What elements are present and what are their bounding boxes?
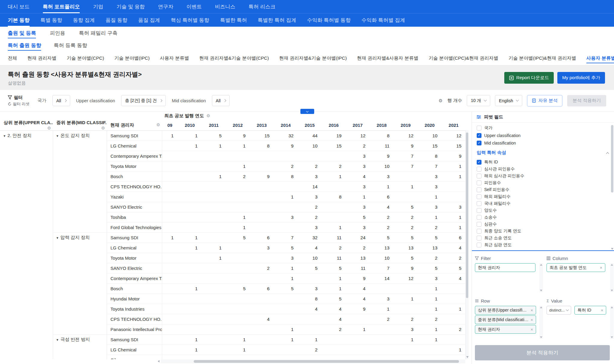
column-header-year-2[interactable]: 2011 (202, 120, 226, 131)
vertical-scrollbar[interactable] (465, 130, 469, 359)
column-header-year-9[interactable]: 2018 (370, 120, 394, 131)
column-header-year-4[interactable]: 2013 (250, 120, 274, 131)
subnav-item-3[interactable]: 품질 동향 (106, 13, 127, 27)
patent-attribute-checkbox-4[interactable] (477, 187, 481, 192)
patent-attribute-6[interactable]: 국내 패밀리수 (472, 200, 614, 207)
subnav-item-1[interactable]: 특별 동향 (40, 13, 62, 27)
scroll-left-arrow-icon[interactable] (158, 360, 159, 363)
scroll-down-icon[interactable] (540, 336, 542, 338)
filter-chip-0[interactable]: 현재 권리자 (475, 263, 535, 272)
row-count-gear-icon[interactable]: ⚙ (439, 98, 443, 103)
filter-box-scrollbar[interactable] (539, 263, 543, 292)
row-count-dropdown[interactable]: 10 개 (467, 95, 490, 106)
classification-tab-1[interactable]: 현재 권리자별 (27, 54, 56, 63)
column-header-holder[interactable]: 현재 권리자⚙ (107, 120, 162, 131)
input-attributes-section[interactable]: 입력 특허 속성 (472, 147, 614, 157)
patent-attribute-3[interactable]: 피인용수 (472, 179, 614, 186)
column-header-year-3[interactable]: 2012 (226, 120, 250, 131)
patent-attribute-checkbox-6[interactable] (477, 201, 481, 206)
scroll-up-icon[interactable] (611, 306, 613, 308)
patent-attribute-checkbox-8[interactable] (477, 215, 481, 220)
pivot-field-checkbox-0[interactable] (477, 126, 481, 130)
row-chip-remove-icon-1[interactable]: × (531, 318, 533, 322)
add-to-portfolio-button[interactable]: My portfolio에 추가 (557, 72, 605, 84)
scroll-down-icon[interactable] (540, 290, 542, 291)
upper-group-cell[interactable]: ▼2. 안전 장치 (0, 131, 53, 360)
patent-attribute-checkbox-2[interactable] (477, 174, 481, 178)
mid-group-cell[interactable]: ▼압력 감지 장치 (53, 233, 107, 335)
gear-icon[interactable]: ⚙ (156, 122, 160, 127)
classification-tab-10[interactable]: 사용자 분류별&현재 권리자별 (586, 54, 614, 63)
row-chip-0[interactable]: 상위 분류(Upper classificati...× (475, 306, 536, 315)
subnav-item-0[interactable]: 기본 동향 (8, 13, 30, 27)
subnav-item-2[interactable]: 동향 집계 (73, 13, 95, 27)
patent-attribute-checkbox-5[interactable] (477, 194, 481, 199)
column-header-year-8[interactable]: 2017 (346, 120, 370, 131)
value-box-scrollbar[interactable] (610, 306, 614, 339)
patent-attribute-8[interactable]: 소송수 (472, 214, 614, 221)
filter-reset-button[interactable]: 필터 리셋 (8, 101, 30, 107)
patent-attribute-checkbox-3[interactable] (477, 181, 481, 185)
mid-group-cell[interactable]: ▼극성 반전 방지 (53, 335, 107, 360)
patent-attribute-2[interactable]: 해외 심사관 피인용수 (472, 172, 614, 179)
column-header-year-10[interactable]: 2019 (394, 120, 418, 131)
apply-analysis-button-panel[interactable]: 분석 적용하기 (475, 345, 610, 360)
classification-tab-3[interactable]: 기술 분야별(IPC) (114, 54, 150, 63)
patent-attribute-4[interactable]: Self 피인용수 (472, 186, 614, 193)
column-chip-0[interactable]: 최초 공보 발행 연도× (547, 263, 605, 272)
topnav-item-6[interactable]: 비즈니스 (215, 0, 235, 13)
section-nav-item-0[interactable]: 출원 및 등록 (8, 28, 36, 38)
patent-attribute-checkbox-0[interactable]: ✓ (477, 160, 481, 165)
patent-attribute-checkbox-7[interactable] (477, 208, 481, 213)
patent-attribute-checkbox-12[interactable] (477, 243, 481, 247)
scroll-up-icon[interactable] (540, 264, 542, 266)
row-chip-remove-icon-0[interactable]: × (531, 308, 533, 313)
column-header-year-12[interactable]: 2021 (442, 120, 465, 131)
gear-icon[interactable]: ⚙ (47, 126, 51, 130)
mid-group-cell[interactable]: ▼온도 감지 장치 (53, 131, 107, 233)
patent-attribute-1[interactable]: 심사관 피인용수 (472, 166, 614, 172)
gear-icon[interactable]: ⚙ (207, 113, 210, 118)
patent-attribute-5[interactable]: 해외 패밀리수 (472, 193, 614, 200)
patent-attribute-checkbox-9[interactable] (477, 222, 481, 227)
classification-tab-5[interactable]: 현재 권리자별&기술 분야별(CPC) (199, 54, 269, 63)
topnav-item-0[interactable]: 대시 보드 (8, 0, 30, 13)
classification-tab-9[interactable]: 기술 분야별(IPC)&현재 권리자별 (508, 54, 576, 63)
panel-scrollbar[interactable] (611, 125, 613, 247)
pivot-field-2[interactable]: ✓Mid classification (472, 139, 614, 147)
country-dropdown[interactable]: All (52, 95, 70, 106)
topnav-item-7[interactable]: 특허 리스크 (249, 0, 276, 13)
scroll-down-icon[interactable] (611, 336, 613, 338)
panel-scroll-down-icon[interactable] (611, 248, 613, 250)
upper-classification-dropdown[interactable]: 총 [2건] 중 [1] 건 (121, 95, 166, 106)
subnav-item-4[interactable]: 품질 집계 (138, 13, 160, 27)
subnav-item-9[interactable]: 수익화 특허별 집계 (362, 13, 405, 27)
horizontal-scrollbar[interactable] (158, 359, 465, 363)
pivot-field-checkbox-2[interactable]: ✓ (477, 141, 481, 145)
column-box-scrollbar[interactable] (610, 263, 614, 292)
section-nav-item-1[interactable]: 피인용 (50, 28, 65, 38)
vertical-scrollbar-thumb[interactable] (466, 133, 468, 298)
report-download-button[interactable]: Report 다운로드 (504, 72, 554, 84)
language-dropdown[interactable]: English (495, 95, 522, 106)
patent-attribute-7[interactable]: 양도수 (472, 207, 614, 214)
patent-attribute-checkbox-1[interactable] (477, 167, 481, 172)
classification-tab-0[interactable]: 전체 (8, 54, 17, 63)
trend-nav-item-0[interactable]: 특허 출원 동향 (8, 40, 41, 51)
horizontal-scrollbar-track[interactable] (161, 360, 465, 363)
column-header-year-0[interactable]: 09 (162, 120, 178, 131)
scroll-down-icon[interactable] (611, 290, 613, 291)
column-header-year-6[interactable]: 2015 (298, 120, 322, 131)
column-header-year-5[interactable]: 2014 (274, 120, 298, 131)
topnav-item-3[interactable]: 기술 및 융합 (116, 0, 145, 13)
horizontal-scrollbar-thumb[interactable] (194, 360, 459, 363)
gear-icon[interactable]: ⚙ (101, 126, 105, 130)
collapse-header-button[interactable] (300, 109, 314, 114)
classification-tab-6[interactable]: 현재 권리자별&기술 분야별(IPC) (279, 54, 347, 63)
column-header-year-1[interactable]: 2010 (178, 120, 202, 131)
topnav-item-5[interactable]: 이벤트 (186, 0, 202, 13)
trend-nav-item-1[interactable]: 특허 등록 동향 (54, 40, 87, 51)
column-header-upper[interactable]: 상위 분류(UPPER CLA...⚙ (0, 120, 53, 131)
patent-attribute-checkbox-10[interactable] (477, 229, 481, 234)
patent-attribute-10[interactable]: 최종 양도 기록 연도 (472, 228, 614, 234)
